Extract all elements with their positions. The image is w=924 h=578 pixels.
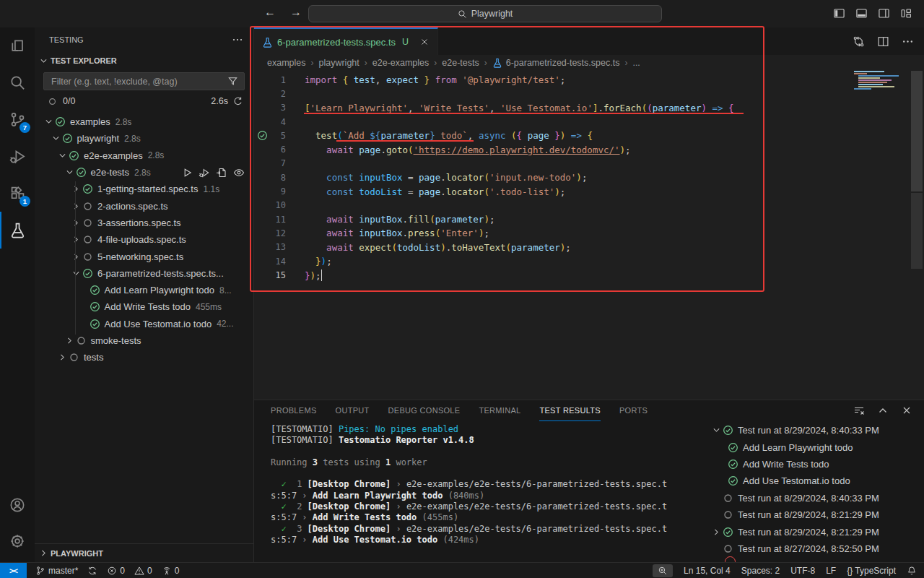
activity-run-debug-icon[interactable] bbox=[0, 138, 35, 175]
pass-icon bbox=[82, 268, 93, 279]
status-branch-icon[interactable]: master* bbox=[35, 566, 78, 576]
tree-item-tests[interactable]: tests bbox=[35, 349, 253, 366]
panel-tab-output[interactable]: OUTPUT bbox=[336, 400, 370, 421]
breadcrumb-item-playwright[interactable]: playwright bbox=[319, 58, 359, 68]
test-run-item[interactable]: Test run at 8/29/2024, 8:40:33 PM bbox=[709, 422, 921, 439]
tree-item-6-parametrized-tests-spec-ts[interactable]: 6-parametrized-tests.spec.ts... bbox=[35, 265, 253, 282]
breadcrumb-item-[interactable]: ... bbox=[632, 58, 640, 68]
pass-icon bbox=[728, 459, 738, 470]
breadcrumb-separator: › bbox=[624, 58, 627, 68]
debug-play-icon[interactable] bbox=[199, 167, 210, 178]
tree-item-e2e-tests[interactable]: e2e-tests2.8s bbox=[35, 164, 253, 181]
tree-item-add-write-tests-todo[interactable]: Add Write Tests todo455ms bbox=[35, 298, 253, 315]
command-center-search[interactable]: Playwright bbox=[308, 5, 662, 22]
tree-item-time: 2.8s bbox=[124, 134, 141, 144]
tree-item-playwright[interactable]: playwright2.8s bbox=[35, 130, 253, 147]
tree-item-e2e-examples[interactable]: e2e-examples2.8s bbox=[35, 147, 253, 164]
tree-item-examples[interactable]: examples2.8s bbox=[35, 113, 253, 130]
test-run-item[interactable]: Test run at 8/29/2024, 8:40:33 PM bbox=[709, 490, 921, 506]
layout-sidebar-left-icon[interactable] bbox=[833, 7, 845, 20]
test-filter-box bbox=[43, 72, 245, 90]
scrollbar-track[interactable] bbox=[911, 193, 923, 269]
tree-item-label: e2e-examples bbox=[84, 150, 143, 161]
account-icon bbox=[9, 497, 25, 513]
test-run-item[interactable]: Add Write Tests todo bbox=[709, 456, 921, 473]
remote-indicator[interactable]: >< bbox=[0, 563, 27, 578]
refresh-icon[interactable] bbox=[232, 96, 243, 107]
status-bell-icon[interactable] bbox=[907, 566, 917, 576]
scrollbar-slider[interactable] bbox=[911, 71, 923, 191]
status-lf[interactable]: LF bbox=[826, 566, 836, 576]
layout-panel-icon[interactable] bbox=[855, 7, 868, 20]
test-run-item[interactable]: Add Use Testomat.io todo bbox=[709, 473, 921, 489]
test-filter-input[interactable] bbox=[50, 76, 223, 87]
compare-changes-icon[interactable] bbox=[853, 35, 865, 48]
status-typescript[interactable]: {} TypeScript bbox=[847, 566, 896, 576]
activity-account-icon[interactable] bbox=[0, 487, 35, 523]
layout-custom-icon[interactable] bbox=[900, 7, 912, 20]
layout-sidebar-right-icon[interactable] bbox=[878, 7, 890, 20]
test-run-item[interactable]: Add Learn Playwright todo bbox=[709, 439, 921, 455]
tab-6-parametrized-tests[interactable]: 6-parametrized-tests.spec.ts U bbox=[254, 27, 438, 55]
activity-search-icon[interactable] bbox=[0, 64, 35, 101]
funnel-icon[interactable] bbox=[227, 76, 238, 87]
gutter-pass-icon[interactable] bbox=[257, 130, 268, 141]
tree-item-add-learn-playwright-todo[interactable]: Add Learn Playwright todo8... bbox=[35, 282, 253, 298]
breadcrumb-item-e2e-tests[interactable]: e2e-tests bbox=[442, 58, 479, 68]
play-icon[interactable] bbox=[181, 167, 193, 178]
close-icon[interactable] bbox=[901, 405, 912, 416]
status-radio-tower-icon[interactable]: 0 bbox=[162, 566, 180, 576]
panel-tab-debug-console[interactable]: DEBUG CONSOLE bbox=[388, 400, 461, 421]
breadcrumb-item-e2e-examples[interactable]: e2e-examples bbox=[372, 58, 430, 68]
status-warning-icon[interactable]: 0 bbox=[134, 566, 152, 576]
tree-item-add-use-testomat-io-todo[interactable]: Add Use Testomat.io todo42... bbox=[35, 316, 253, 332]
test-run-history: Test run at 8/29/2024, 8:40:33 PM Add Le… bbox=[709, 422, 921, 557]
chevron-up-icon[interactable] bbox=[877, 405, 889, 416]
minimap[interactable] bbox=[854, 71, 899, 90]
chevron-right-icon bbox=[71, 218, 81, 228]
nav-back-button[interactable]: ← bbox=[264, 6, 276, 19]
clear-output-icon[interactable] bbox=[853, 405, 865, 416]
text-cursor bbox=[321, 269, 323, 281]
watch-eye-icon[interactable] bbox=[233, 167, 245, 178]
more-actions-icon[interactable] bbox=[902, 35, 914, 48]
activity-source-control-icon[interactable]: 7 bbox=[0, 101, 35, 138]
status-zoom-in-icon[interactable] bbox=[653, 564, 673, 577]
tree-item-5-networking-spec-ts[interactable]: 5-networking.spec.ts bbox=[35, 248, 253, 264]
status-spaces-2[interactable]: Spaces: 2 bbox=[741, 566, 780, 576]
panel-tab-ports[interactable]: PORTS bbox=[619, 400, 648, 421]
activity-extensions-icon[interactable]: 1 bbox=[0, 175, 35, 212]
tree-item-4-file-uploads-spec-ts[interactable]: 4-file-uploads.spec.ts bbox=[35, 231, 253, 248]
chevron-down-icon bbox=[712, 426, 721, 435]
test-run-item[interactable]: Test run at 8/29/2024, 8:21:29 PM bbox=[709, 523, 921, 540]
nav-forward-button[interactable]: → bbox=[290, 6, 302, 19]
code-area[interactable]: 1import { test, expect } from '@playwrig… bbox=[254, 73, 924, 282]
breadcrumb-item-6-parametrized-tests-spec-ts[interactable]: 6-parametrized-tests.spec.ts bbox=[492, 58, 620, 68]
tab-close-icon[interactable] bbox=[419, 37, 430, 47]
tree-item-2-actions-spec-ts[interactable]: 2-actions.spec.ts bbox=[35, 197, 253, 214]
tree-item-1-getting-started-spec-ts[interactable]: 1-getting-started.spec.ts1.1s bbox=[35, 181, 253, 197]
go-to-file-icon[interactable] bbox=[216, 167, 227, 178]
sidebar-more-actions-icon[interactable] bbox=[232, 34, 243, 46]
breadcrumb-item-examples[interactable]: examples bbox=[267, 58, 306, 68]
status-utf-8[interactable]: UTF-8 bbox=[790, 566, 815, 576]
playwright-section-header[interactable]: PLAYWRIGHT bbox=[35, 543, 253, 562]
panel-tab-test-results[interactable]: TEST RESULTS bbox=[539, 400, 601, 421]
activity-files-icon[interactable] bbox=[0, 27, 35, 64]
bottom-panel: PROBLEMSOUTPUTDEBUG CONSOLETERMINALTEST … bbox=[254, 400, 924, 562]
test-run-item[interactable]: Test run at 8/29/2024, 8:21:29 PM bbox=[709, 506, 921, 523]
split-editor-icon[interactable] bbox=[877, 35, 889, 48]
activity-settings-gear-icon[interactable] bbox=[0, 523, 35, 559]
panel-tab-terminal[interactable]: TERMINAL bbox=[479, 400, 520, 421]
activity-testing-beaker-icon[interactable] bbox=[0, 212, 35, 249]
panel-tab-problems[interactable]: PROBLEMS bbox=[271, 400, 317, 421]
test-explorer-section-header[interactable]: TEST EXPLORER bbox=[35, 52, 253, 69]
test-run-item[interactable]: Test run at 8/27/2024, 8:52:50 PM bbox=[709, 540, 921, 557]
status-error-icon[interactable]: 0 bbox=[107, 566, 125, 576]
status-ln-15-col-4[interactable]: Ln 15, Col 4 bbox=[684, 566, 731, 576]
log-line: ✓ 1 [Desktop Chrome] › e2e-examples/e2e-… bbox=[271, 479, 667, 490]
tree-item-smoke-tests[interactable]: smoke-tests bbox=[35, 332, 253, 349]
tree-item-label: Add Learn Playwright todo bbox=[105, 285, 214, 296]
status-sync-icon[interactable] bbox=[87, 566, 97, 576]
tree-item-3-assertions-spec-ts[interactable]: 3-assertions.spec.ts bbox=[35, 215, 253, 231]
